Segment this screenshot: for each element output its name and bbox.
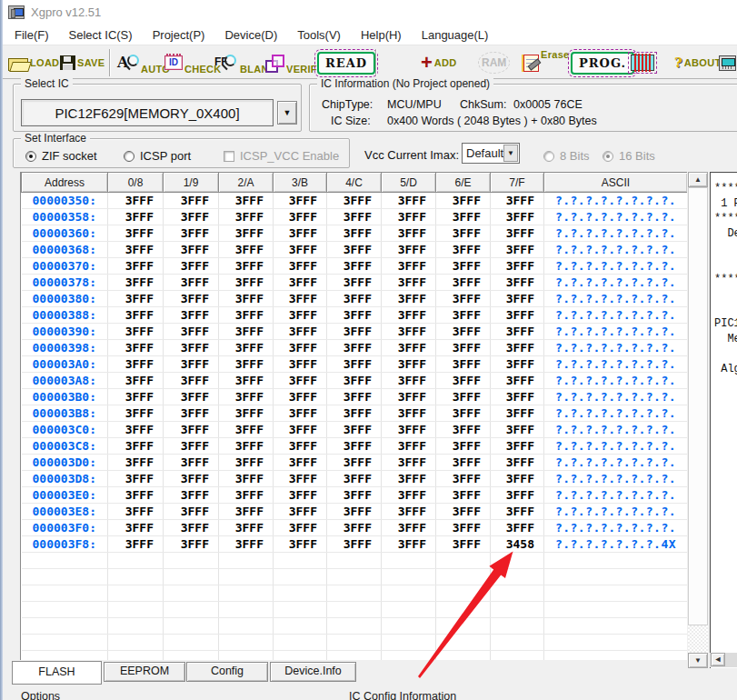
hex-value-cell[interactable]: 3FFF <box>108 487 164 504</box>
hex-value-cell[interactable]: 3FFF <box>219 389 274 405</box>
add-button[interactable]: + ADD <box>421 45 457 80</box>
hex-value-cell[interactable]: 3FFF <box>164 193 219 209</box>
hex-value-cell[interactable]: 3FFF <box>327 471 382 487</box>
hex-value-cell[interactable]: 3FFF <box>436 356 491 373</box>
hex-value-cell[interactable]: 3FFF <box>274 340 327 356</box>
hex-value-cell[interactable]: 3FFF <box>219 291 274 307</box>
vcc-dropdown-button[interactable]: ▼ <box>503 145 518 162</box>
tab-device-info[interactable]: Device.Info <box>270 662 356 682</box>
hex-value-cell[interactable]: 3FFF <box>436 471 491 487</box>
hex-value-cell[interactable]: 3FFF <box>164 405 219 422</box>
hex-value-cell[interactable]: 3FFF <box>164 487 219 504</box>
test-chip-button[interactable] <box>631 45 654 80</box>
scrollbar-thumb[interactable] <box>688 187 708 625</box>
hex-value-cell[interactable]: 3FFF <box>108 504 164 520</box>
hex-value-cell[interactable]: 3FFF <box>327 324 382 340</box>
programmer-device-button[interactable] <box>719 45 736 80</box>
hex-value-cell[interactable]: 3FFF <box>274 536 327 553</box>
menu-item-device-d-[interactable]: Device(D) <box>214 28 287 42</box>
hex-value-cell[interactable]: 3FFF <box>164 209 219 225</box>
hex-value-cell[interactable]: 3FFF <box>436 193 491 209</box>
hex-value-cell[interactable]: 3FFF <box>491 455 544 471</box>
load-button[interactable]: LOAD <box>8 45 59 80</box>
hex-value-cell[interactable]: 3FFF <box>219 422 274 438</box>
hex-value-cell[interactable]: 3FFF <box>327 340 382 356</box>
hex-value-cell[interactable]: 3FFF <box>327 422 382 438</box>
hex-value-cell[interactable]: 3FFF <box>491 209 544 225</box>
hex-value-cell[interactable]: 3FFF <box>491 422 544 438</box>
hex-value-cell[interactable]: 3FFF <box>436 258 491 275</box>
hex-value-cell[interactable]: 3FFF <box>436 225 491 242</box>
hex-value-cell[interactable]: 3FFF <box>436 324 491 340</box>
hex-value-cell[interactable]: 3FFF <box>164 291 219 307</box>
scroll-left-button[interactable]: ◄ <box>711 653 725 666</box>
scroll-down-button[interactable]: ▼ <box>688 653 708 668</box>
hex-value-cell[interactable]: 3FFF <box>382 504 436 520</box>
menu-item-tools-v-[interactable]: Tools(V) <box>287 28 351 42</box>
hex-value-cell[interactable]: 3FFF <box>327 373 382 389</box>
tab-config[interactable]: Config <box>186 662 268 682</box>
hex-value-cell[interactable]: 3FFF <box>108 389 164 405</box>
hex-value-cell[interactable]: 3FFF <box>274 504 327 520</box>
hex-value-cell[interactable]: 3FFF <box>491 487 544 504</box>
hex-value-cell[interactable]: 3FFF <box>108 225 164 242</box>
menu-item-select-ic-s-[interactable]: Select IC(S) <box>59 28 143 42</box>
hex-value-cell[interactable]: 3FFF <box>274 389 327 405</box>
hex-value-cell[interactable]: 3FFF <box>382 455 436 471</box>
hex-value-cell[interactable]: 3FFF <box>164 422 219 438</box>
hex-value-cell[interactable]: 3FFF <box>436 307 491 324</box>
hex-value-cell[interactable]: 3FFF <box>382 422 436 438</box>
tab-flash[interactable]: FLASH <box>12 661 102 685</box>
hex-value-cell[interactable]: 3FFF <box>382 242 436 258</box>
hex-value-cell[interactable]: 3FFF <box>327 536 382 553</box>
hex-value-cell[interactable]: 3FFF <box>219 520 274 536</box>
ascii-cell[interactable]: ?.?.?.?.?.?.?.?. <box>544 487 688 504</box>
hex-value-cell[interactable]: 3FFF <box>164 389 219 405</box>
icsp-port-radio[interactable]: ICSP port <box>124 147 191 164</box>
menu-item-project-p-[interactable]: Project(P) <box>143 28 215 42</box>
hex-value-cell[interactable]: 3FFF <box>164 373 219 389</box>
hex-value-cell[interactable]: 3FFF <box>108 471 164 487</box>
hex-value-cell[interactable]: 3FFF <box>274 487 327 504</box>
selected-ic-display[interactable]: PIC12F629[MEMORY_0X400] <box>21 99 274 126</box>
hex-value-cell[interactable]: 3FFF <box>382 520 436 536</box>
hex-value-cell[interactable]: 3FFF <box>382 275 436 291</box>
hex-value-cell[interactable]: 3FFF <box>382 356 436 373</box>
hex-value-cell[interactable]: 3FFF <box>219 209 274 225</box>
hex-value-cell[interactable]: 3FFF <box>491 356 544 373</box>
hex-value-cell[interactable]: 3FFF <box>382 291 436 307</box>
hex-value-cell[interactable]: 3FFF <box>219 340 274 356</box>
hex-value-cell[interactable]: 3FFF <box>108 405 164 422</box>
ascii-cell[interactable]: ?.?.?.?.?.?.?.?. <box>544 389 688 405</box>
hex-value-cell[interactable]: 3FFF <box>274 242 327 258</box>
hex-value-cell[interactable]: 3FFF <box>108 275 164 291</box>
hex-value-cell[interactable]: 3FFF <box>219 373 274 389</box>
hex-value-cell[interactable]: 3FFF <box>436 520 491 536</box>
hex-value-cell[interactable]: 3FFF <box>491 307 544 324</box>
hex-value-cell[interactable]: 3FFF <box>219 405 274 422</box>
hex-value-cell[interactable]: 3FFF <box>436 438 491 455</box>
hex-value-cell[interactable]: 3FFF <box>274 405 327 422</box>
hex-value-cell[interactable]: 3FFF <box>436 340 491 356</box>
ascii-cell[interactable]: ?.?.?.?.?.?.?.?. <box>544 340 688 356</box>
hex-value-cell[interactable]: 3FFF <box>108 373 164 389</box>
about-button[interactable]: ? ABOUT <box>674 45 721 80</box>
hex-value-cell[interactable]: 3FFF <box>491 291 544 307</box>
hex-value-cell[interactable]: 3FFF <box>219 225 274 242</box>
hex-value-cell[interactable]: 3FFF <box>274 275 327 291</box>
hex-value-cell[interactable]: 3FFF <box>436 242 491 258</box>
hex-value-cell[interactable]: 3FFF <box>108 307 164 324</box>
hex-value-cell[interactable]: 3FFF <box>164 275 219 291</box>
ascii-cell[interactable]: ?.?.?.?.?.?.?.?. <box>544 193 688 209</box>
hex-value-cell[interactable]: 3FFF <box>491 193 544 209</box>
hex-value-cell[interactable]: 3FFF <box>219 258 274 275</box>
hex-value-cell[interactable]: 3FFF <box>382 438 436 455</box>
scroll-up-button[interactable]: ▲ <box>688 172 708 187</box>
ascii-cell[interactable]: ?.?.?.?.?.?.?.?. <box>544 242 688 258</box>
hex-value-cell[interactable]: 3FFF <box>219 275 274 291</box>
hex-value-cell[interactable]: 3FFF <box>436 504 491 520</box>
ascii-cell[interactable]: ?.?.?.?.?.?.?.?. <box>544 356 688 373</box>
hex-value-cell[interactable]: 3FFF <box>436 536 491 553</box>
hex-value-cell[interactable]: 3FFF <box>164 324 219 340</box>
hex-value-cell[interactable]: 3FFF <box>274 438 327 455</box>
